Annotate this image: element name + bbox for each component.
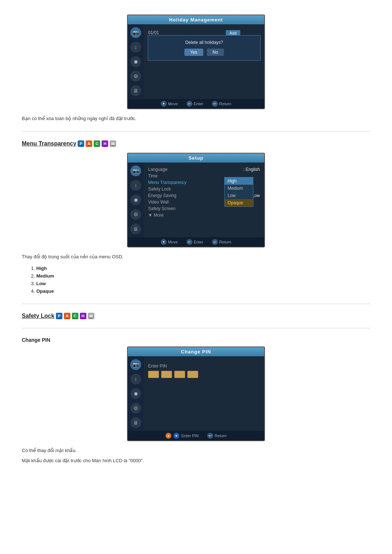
cp-osd-sidebar: 📷 ↕ ⏺ ⚙ 🖥	[128, 356, 144, 431]
pin-box-4	[187, 371, 198, 378]
option-medium: Medium	[36, 272, 370, 280]
mt-osd-sidebar: 📷 ↕ ⏺ ⚙ 🖥	[128, 163, 144, 237]
change-pin-osd-wrapper: Change PIN 📷 ↕ ⏺ ⚙ 🖥 Enter PIN	[22, 346, 370, 441]
menu-item-language: Language : English	[148, 166, 260, 173]
holiday-osd-content: 01/01 Add Delete Selected No Delete all …	[144, 24, 264, 99]
enter-icon: ↵	[187, 101, 192, 107]
pin-boxes	[148, 371, 260, 378]
menu-transparency-osd-titlebar: Setup	[128, 153, 264, 163]
cp-sidebar-icon-2: ⏺	[130, 388, 141, 399]
dropdown-item-medium: Medium	[225, 185, 253, 192]
dialog-buttons: Yes No	[152, 49, 256, 56]
option-low: Low	[36, 280, 370, 287]
menu-item-more: ▼ More	[148, 212, 260, 218]
sl-badge-c: C	[72, 313, 78, 319]
change-pin-osd-title: Change PIN	[181, 349, 211, 354]
mt-enter-icon: ↵	[187, 239, 192, 245]
menu-transparency-section: Menu Transparency P A C H M Setup 📷 ↕ ⏺ …	[22, 140, 370, 295]
holiday-date: 01/01	[148, 30, 159, 35]
cp-osd-footer: ● ● Enter PIN ↩ Return	[128, 431, 264, 440]
cp-return-icon: ↩	[207, 433, 213, 439]
option-opaque: Opaque	[36, 287, 370, 295]
footer-move-label: Move	[168, 102, 178, 106]
cp-footer-return: ↩ Return	[207, 433, 226, 439]
badge-p: P	[78, 140, 84, 147]
cp-sidebar-icon-1: ↕	[130, 374, 141, 385]
enter-pin-orange-icon: ●	[166, 433, 171, 439]
dropdown-item-opaque: Opaque	[225, 199, 253, 206]
sidebar-icon-2: ⏺	[130, 56, 141, 67]
option-high: High	[36, 264, 370, 272]
mt-footer-enter: ↵ Enter	[187, 239, 203, 245]
mt-footer-return-label: Return	[219, 240, 231, 244]
divider-3	[22, 328, 370, 328]
change-pin-osd-titlebar: Change PIN	[128, 347, 264, 356]
mt-footer-move: ✦ Move	[161, 239, 178, 245]
cp-footer-return-label: Return	[215, 434, 226, 438]
change-pin-osd-body: 📷 ↕ ⏺ ⚙ 🖥 Enter PIN	[128, 356, 264, 431]
holiday-osd-wrapper: Holiday Management 📷 ↕ ⏺ ⚙ 🖥 01/01 Add D…	[22, 15, 370, 109]
footer-enter-label: Enter	[194, 102, 203, 106]
mt-sidebar-icon-4: 🖥	[130, 223, 141, 234]
holiday-description: Bạn có thể xóa toàn bộ những ngày nghỉ đ…	[22, 115, 370, 123]
cp-enter-pin-label: Enter PIN	[181, 434, 199, 438]
mt-sidebar-icon-1: ↕	[130, 180, 141, 191]
pin-box-2	[161, 371, 172, 378]
holiday-osd-title: Holiday Management	[169, 17, 223, 22]
holiday-osd-titlebar: Holiday Management	[128, 15, 264, 24]
dropdown-item-high: High	[225, 177, 253, 185]
holiday-osd-sidebar: 📷 ↕ ⏺ ⚙ 🖥	[128, 24, 144, 99]
cp-sidebar-icon-4: 🖥	[130, 417, 141, 428]
enter-pin-blue-icon: ●	[173, 433, 179, 439]
holiday-management-section: Holiday Management 📷 ↕ ⏺ ⚙ 🖥 01/01 Add D…	[22, 15, 370, 123]
mt-footer-move-label: Move	[168, 240, 178, 244]
mt-sidebar-icon-2: ⏺	[130, 194, 141, 205]
transparency-dropdown: High Medium Low Opaque	[224, 177, 253, 207]
change-pin-desc1: Có thể thay đổi mật khẩu.	[22, 447, 370, 455]
sidebar-icon-3: ⚙	[130, 71, 141, 82]
safety-lock-title: Safety Lock	[22, 313, 54, 319]
sl-badge-a: A	[64, 313, 70, 319]
mt-footer-enter-label: Enter	[194, 240, 203, 244]
footer-enter: ↵ Enter	[187, 101, 203, 107]
pin-box-1	[148, 371, 159, 378]
holiday-dialog: Delete all holidays? Yes No	[148, 35, 261, 61]
badge-a: A	[86, 140, 92, 147]
mt-osd-footer: ✦ Move ↵ Enter ↩ Return	[128, 237, 264, 247]
footer-return: ↩ Return	[212, 101, 231, 107]
dialog-text: Delete all holidays?	[152, 40, 256, 45]
footer-return-label: Return	[219, 102, 231, 106]
mt-return-icon: ↩	[212, 239, 218, 245]
change-pin-subtitle: Change PIN	[22, 337, 370, 343]
menu-transparency-osd-body: 📷 ↕ ⏺ ⚙ 🖥 Language : English Time Men	[128, 163, 264, 237]
dialog-yes-button[interactable]: Yes	[184, 49, 203, 56]
holiday-osd-footer: ✦ Move ↵ Enter ↩ Return	[128, 99, 264, 108]
mt-description: Thay đổi độ trong suốt của nền của menu …	[22, 253, 370, 261]
safety-lock-section: Safety Lock P A C H M	[22, 313, 370, 319]
divider-1	[22, 131, 370, 132]
mt-footer-return: ↩ Return	[212, 239, 231, 245]
mt-sidebar-icon-0: 📷	[130, 165, 141, 176]
sl-badge-h: H	[80, 313, 86, 319]
sl-badge-p: P	[56, 313, 62, 319]
footer-move: ✦ Move	[161, 101, 178, 107]
return-icon: ↩	[212, 101, 218, 107]
cp-osd-content: Enter PIN	[144, 356, 264, 431]
pin-box-3	[174, 371, 185, 378]
safety-lock-title-row: Safety Lock P A C H M	[22, 313, 370, 319]
enter-pin-label: Enter PIN	[148, 364, 260, 369]
dialog-no-button[interactable]: No	[207, 49, 224, 56]
move-icon: ✦	[161, 101, 167, 107]
cp-footer-enter-pin: ● ● Enter PIN	[166, 433, 199, 439]
change-pin-osd-screen: Change PIN 📷 ↕ ⏺ ⚙ 🖥 Enter PIN	[127, 346, 265, 441]
cp-sidebar-icon-3: ⚙	[130, 403, 141, 414]
holiday-osd-body: 📷 ↕ ⏺ ⚙ 🖥 01/01 Add Delete Selected No	[128, 24, 264, 99]
change-pin-section: Change PIN Change PIN 📷 ↕ ⏺ ⚙ 🖥 Enter PI…	[22, 337, 370, 465]
badge-c: C	[94, 140, 100, 147]
change-pin-desc2: Mật khẩu được cài đặt trước cho Màn hình…	[22, 457, 370, 465]
badge-m: M	[110, 140, 116, 147]
menu-transparency-osd-wrapper: Setup 📷 ↕ ⏺ ⚙ 🖥 Language : English Tim	[22, 153, 370, 247]
sidebar-icon-4: 🖥	[130, 85, 141, 96]
divider-2	[22, 304, 370, 304]
holiday-osd-screen: Holiday Management 📷 ↕ ⏺ ⚙ 🖥 01/01 Add D…	[127, 15, 265, 109]
